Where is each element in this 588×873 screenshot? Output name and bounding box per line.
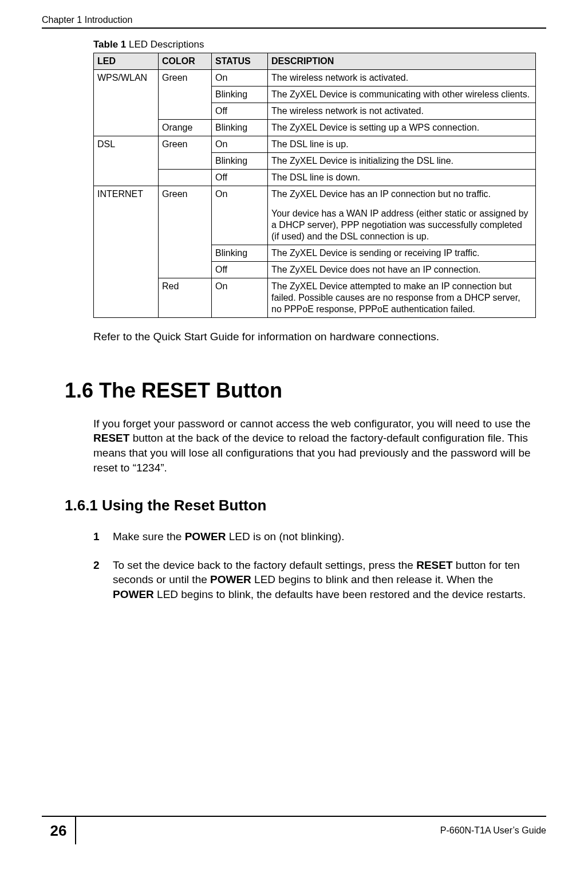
running-head: Chapter 1 Introduction	[42, 15, 546, 29]
cell-desc: The ZyXEL Device has an IP connection bu…	[268, 186, 536, 245]
table-row: INTERNET Green On The ZyXEL Device has a…	[94, 186, 536, 245]
running-head-text: Chapter 1 Introduction	[42, 15, 132, 25]
page-number: 26	[42, 817, 76, 844]
cell-desc: The ZyXEL Device is initializing the DSL…	[268, 153, 536, 170]
cell-status: On	[212, 186, 268, 245]
cell-desc: The ZyXEL Device is sending or receiving…	[268, 245, 536, 262]
step-bold: POWER	[210, 573, 251, 585]
cell-desc: The wireless network is not activated.	[268, 103, 536, 120]
section-paragraph: If you forget your password or cannot ac…	[93, 416, 536, 475]
cell-status: Blinking	[212, 153, 268, 170]
table-caption: Table 1 LED Descriptions	[93, 39, 536, 50]
footer-guide-title: P-660N-T1A User’s Guide	[440, 825, 546, 836]
step-text: LED is on (not blinking).	[226, 530, 344, 542]
cell-desc: The wireless network is activated.	[268, 70, 536, 86]
list-item: Make sure the POWER LED is on (not blink…	[93, 529, 536, 544]
step-text: LED begins to blink, the defaults have b…	[154, 588, 526, 600]
table-row: Off The DSL line is down.	[94, 170, 536, 186]
step-bold: POWER	[113, 588, 154, 600]
cell-status: On	[212, 136, 268, 153]
th-description: DESCRIPTION	[268, 53, 536, 70]
cell-led: INTERNET	[94, 186, 159, 318]
cell-status: Off	[212, 170, 268, 186]
list-item: To set the device back to the factory de…	[93, 558, 536, 602]
th-led: LED	[94, 53, 159, 70]
cell-status: On	[212, 70, 268, 86]
cell-status: Off	[212, 262, 268, 278]
cell-color: Red	[159, 278, 212, 318]
footer: 26 P-660N-T1A User’s Guide	[42, 816, 546, 844]
subsection-heading: 1.6.1 Using the Reset Button	[65, 497, 536, 514]
cell-desc: The ZyXEL Device does not have an IP con…	[268, 262, 536, 278]
cell-status: On	[212, 278, 268, 318]
para-bold: RESET	[93, 432, 129, 444]
step-text: LED begins to blink and then release it.…	[251, 573, 493, 585]
cell-status: Blinking	[212, 120, 268, 136]
table-caption-bold: Table 1	[93, 39, 126, 50]
table-caption-rest: LED Descriptions	[126, 39, 204, 50]
cell-led: WPS/WLAN	[94, 70, 159, 136]
para-text: If you forget your password or cannot ac…	[93, 418, 531, 430]
cell-desc-p1: The ZyXEL Device has an IP connection bu…	[271, 188, 532, 200]
table-row: Red On The ZyXEL Device attempted to mak…	[94, 278, 536, 318]
para-text: button at the back of the device to relo…	[93, 432, 531, 473]
cell-color: Green	[159, 136, 212, 170]
main-content: Table 1 LED Descriptions LED COLOR STATU…	[93, 39, 536, 616]
cell-color: Green	[159, 186, 212, 278]
after-table-text: Refer to the Quick Start Guide for infor…	[93, 329, 536, 344]
step-bold: POWER	[185, 530, 226, 542]
table-row: WPS/WLAN Green On The wireless network i…	[94, 70, 536, 86]
cell-status: Blinking	[212, 245, 268, 262]
th-status: STATUS	[212, 53, 268, 70]
cell-desc: The ZyXEL Device is setting up a WPS con…	[268, 120, 536, 136]
cell-led: DSL	[94, 136, 159, 186]
cell-desc: The DSL line is up.	[268, 136, 536, 153]
cell-desc-p2: Your device has a WAN IP address (either…	[271, 208, 532, 242]
cell-color: Orange	[159, 120, 212, 136]
table-row: DSL Green On The DSL line is up.	[94, 136, 536, 153]
th-color: COLOR	[159, 53, 212, 70]
cell-color: Green	[159, 70, 212, 120]
step-text: To set the device back to the factory de…	[113, 559, 416, 571]
cell-desc: The ZyXEL Device is communicating with o…	[268, 86, 536, 103]
led-table: LED COLOR STATUS DESCRIPTION WPS/WLAN Gr…	[93, 53, 536, 318]
step-text: Make sure the	[113, 530, 185, 542]
steps-list: Make sure the POWER LED is on (not blink…	[93, 529, 536, 602]
cell-status: Off	[212, 103, 268, 120]
step-bold: RESET	[416, 559, 452, 571]
cell-color	[159, 170, 212, 186]
section-heading: 1.6 The RESET Button	[65, 379, 536, 403]
cell-status: Blinking	[212, 86, 268, 103]
cell-desc: The ZyXEL Device attempted to make an IP…	[268, 278, 536, 318]
table-row: Orange Blinking The ZyXEL Device is sett…	[94, 120, 536, 136]
cell-desc: The DSL line is down.	[268, 170, 536, 186]
